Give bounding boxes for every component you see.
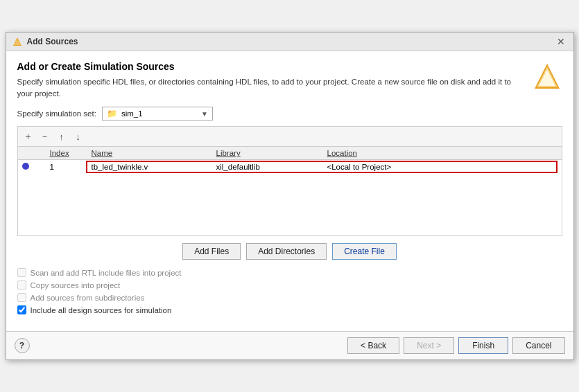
next-button[interactable]: Next > [404, 337, 454, 354]
svg-marker-1 [14, 39, 21, 45]
bottom-bar: ? < Back Next > Finish Cancel [6, 331, 573, 359]
back-button[interactable]: < Back [347, 337, 399, 354]
folder-icon: 📁 [107, 109, 117, 118]
dialog-description: Specify simulation specific HDL files, o… [17, 76, 524, 100]
sim-set-dropdown[interactable]: 📁 sim_1 ▼ [102, 107, 213, 121]
action-buttons: Add Files Add Directories Create File [17, 243, 562, 260]
bottom-right: < Back Next > Finish Cancel [347, 337, 564, 354]
table-header: Index Name Library Location [18, 147, 562, 160]
checkbox-row-include-all: Include all design sources for simulatio… [17, 305, 562, 314]
title-bar: Add Sources ✕ [6, 33, 573, 51]
copy-sources-checkbox[interactable] [17, 280, 26, 289]
move-up-toolbar-button[interactable]: ↑ [54, 129, 69, 144]
dialog-main-title: Add or Create Simulation Sources [17, 61, 524, 72]
add-subdirs-label: Add sources from subdirectories [31, 294, 145, 302]
col-name[interactable]: Name [92, 149, 216, 157]
close-button[interactable]: ✕ [554, 36, 568, 47]
row-name: tb_led_twinkle.v [92, 163, 216, 171]
checkbox-row-scan-rtl: Scan and add RTL include files into proj… [17, 268, 562, 277]
row-location: <Local to Project> [327, 163, 558, 171]
sim-set-value: sim_1 [121, 109, 143, 118]
move-down-toolbar-button[interactable]: ↓ [71, 129, 86, 144]
header-text: Add or Create Simulation Sources Specify… [17, 61, 524, 100]
up-arrow-icon: ↑ [59, 132, 64, 142]
remove-file-toolbar-button[interactable]: － [37, 129, 53, 144]
title-bar-left: Add Sources [12, 36, 78, 47]
row-library: xil_defaultlib [216, 163, 327, 171]
create-file-button[interactable]: Create File [332, 243, 397, 260]
cancel-button[interactable]: Cancel [512, 337, 564, 354]
chevron-down-icon: ▼ [201, 110, 208, 118]
row-indicator [22, 163, 50, 171]
minus-icon: － [40, 130, 49, 143]
checkboxes-section: Scan and add RTL include files into proj… [17, 268, 562, 314]
col-library[interactable]: Library [216, 149, 327, 157]
vivado-logo [532, 61, 562, 91]
include-all-label: Include all design sources for simulatio… [31, 306, 172, 314]
down-arrow-icon: ↓ [76, 132, 80, 142]
bottom-left: ? [15, 338, 30, 353]
sim-set-row: Specify simulation set: 📁 sim_1 ▼ [17, 107, 562, 121]
include-all-checkbox[interactable] [17, 305, 26, 314]
table-row[interactable]: 1 tb_led_twinkle.v xil_defaultlib <Local… [18, 160, 562, 174]
col-indicator [22, 149, 50, 157]
header-section: Add or Create Simulation Sources Specify… [17, 61, 562, 100]
file-toolbar: ＋ － ↑ ↓ [17, 126, 562, 146]
add-icon: ＋ [24, 130, 33, 143]
dialog-window: Add Sources ✕ Add or Create Simulation S… [6, 32, 574, 361]
row-index: 1 [50, 163, 92, 171]
vivado-title-icon [12, 36, 23, 47]
dialog-title-text: Add Sources [27, 37, 78, 46]
sources-table: Index Name Library Location 1 tb_led_twi… [17, 146, 562, 236]
dialog-body: Add or Create Simulation Sources Specify… [6, 51, 573, 332]
finish-button[interactable]: Finish [458, 337, 508, 354]
scan-rtl-checkbox[interactable] [17, 268, 26, 277]
col-location[interactable]: Location [327, 149, 558, 157]
checkbox-row-copy-sources: Copy sources into project [17, 280, 562, 289]
copy-sources-label: Copy sources into project [31, 281, 121, 289]
add-directories-button[interactable]: Add Directories [246, 243, 327, 260]
add-file-toolbar-button[interactable]: ＋ [21, 129, 36, 144]
col-index[interactable]: Index [50, 149, 92, 157]
scan-rtl-label: Scan and add RTL include files into proj… [31, 269, 182, 277]
sim-set-label: Specify simulation set: [17, 109, 96, 118]
checkbox-row-add-subdirs: Add sources from subdirectories [17, 293, 562, 302]
help-button[interactable]: ? [15, 338, 30, 353]
add-files-button[interactable]: Add Files [182, 243, 241, 260]
add-subdirs-checkbox[interactable] [17, 293, 26, 302]
